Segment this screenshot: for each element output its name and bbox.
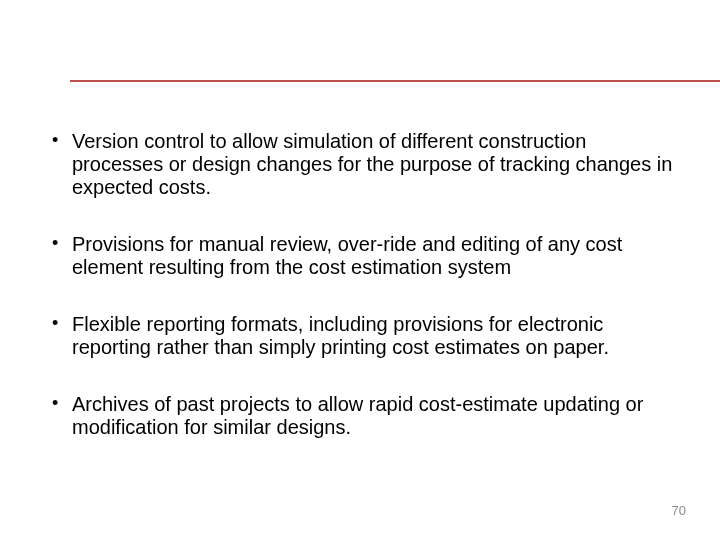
bullet-text: Version control to allow simulation of d… [72, 130, 672, 198]
bullet-text: Flexible reporting formats, including pr… [72, 313, 609, 358]
page-number: 70 [672, 503, 686, 518]
slide-body: Version control to allow simulation of d… [48, 130, 680, 473]
list-item: Version control to allow simulation of d… [48, 130, 680, 199]
list-item: Provisions for manual review, over-ride … [48, 233, 680, 279]
list-item: Flexible reporting formats, including pr… [48, 313, 680, 359]
bullet-list: Version control to allow simulation of d… [48, 130, 680, 439]
bullet-text: Provisions for manual review, over-ride … [72, 233, 622, 278]
list-item: Archives of past projects to allow rapid… [48, 393, 680, 439]
bullet-text: Archives of past projects to allow rapid… [72, 393, 643, 438]
divider-rule [70, 80, 720, 82]
